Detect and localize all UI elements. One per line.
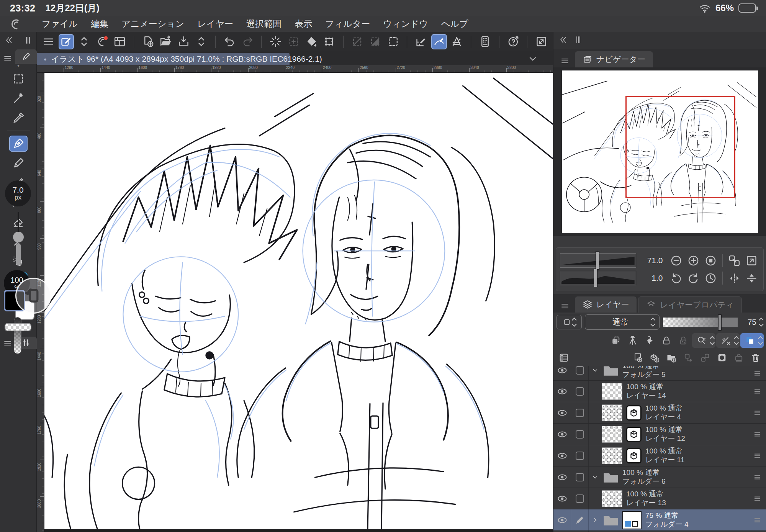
drag-handle-icon[interactable] bbox=[23, 36, 32, 46]
deselect-icon[interactable] bbox=[350, 34, 365, 49]
merge-down-icon[interactable] bbox=[697, 350, 713, 365]
layer-checkbox[interactable] bbox=[571, 424, 589, 445]
lock-transparent-icon[interactable] bbox=[675, 333, 691, 348]
tab-list-chevron-icon[interactable] bbox=[528, 54, 538, 64]
tool-pen[interactable] bbox=[9, 136, 28, 152]
tool-pencil[interactable] bbox=[9, 155, 28, 171]
draft-pin-icon[interactable] bbox=[642, 333, 658, 348]
transparent-color-swatch[interactable] bbox=[5, 323, 31, 331]
layer-thumbnail[interactable] bbox=[602, 447, 622, 464]
new-folder-icon[interactable] bbox=[663, 350, 679, 365]
lock-icon[interactable] bbox=[658, 333, 674, 348]
keypad-icon[interactable] bbox=[477, 34, 493, 49]
layer-row-レイヤー 13[interactable]: 100 % 通常レイヤー 13 bbox=[553, 488, 766, 509]
navigator-preview[interactable] bbox=[553, 67, 766, 236]
menu-0[interactable]: ファイル bbox=[35, 18, 84, 30]
menu-2[interactable]: アニメーション bbox=[115, 18, 191, 30]
drawing-canvas[interactable] bbox=[44, 73, 553, 532]
new-layer-icon[interactable] bbox=[630, 350, 646, 365]
row-drag-handle[interactable] bbox=[748, 424, 766, 445]
menu-6[interactable]: フィルター bbox=[319, 18, 376, 30]
expand-chevron-icon[interactable] bbox=[591, 473, 599, 481]
fit-to-screen-icon[interactable] bbox=[727, 253, 742, 268]
transfer-down-icon[interactable] bbox=[680, 350, 696, 365]
layer-checkbox[interactable] bbox=[571, 488, 589, 509]
visibility-toggle[interactable] bbox=[553, 402, 571, 423]
tool-auto-select-wand[interactable] bbox=[9, 90, 28, 106]
visibility-toggle[interactable] bbox=[553, 509, 571, 530]
layer-thumbnail[interactable] bbox=[602, 426, 622, 443]
ruler-toggle-group[interactable] bbox=[716, 333, 740, 348]
tab-layers[interactable]: レイヤー bbox=[575, 296, 637, 313]
flip-horizontal-icon[interactable] bbox=[727, 270, 742, 286]
layer-checkbox[interactable] bbox=[571, 467, 589, 488]
tool-property-menu-icon[interactable] bbox=[0, 337, 15, 349]
updown-chevron-icon[interactable] bbox=[194, 34, 210, 49]
layer-checkbox[interactable] bbox=[571, 402, 589, 423]
layer-color-icon[interactable] bbox=[742, 333, 758, 348]
clip-studio-logo[interactable] bbox=[9, 18, 22, 30]
transform-icon[interactable] bbox=[321, 34, 337, 49]
menu-7[interactable]: ウィンドウ bbox=[376, 18, 435, 30]
visibility-toggle[interactable] bbox=[553, 424, 571, 445]
layer-row-フォルダー 5[interactable]: 100 % 通常フォルダー 5 bbox=[553, 366, 766, 381]
menu-8[interactable]: ヘルプ bbox=[435, 18, 475, 30]
layer-thumbnail[interactable] bbox=[602, 490, 622, 507]
fullscreen-icon[interactable] bbox=[534, 34, 549, 49]
layers-menu-icon[interactable] bbox=[556, 300, 573, 313]
row-drag-handle[interactable] bbox=[748, 509, 766, 530]
open-file-icon[interactable] bbox=[158, 34, 173, 49]
help-icon[interactable] bbox=[506, 34, 521, 49]
layer-checkbox[interactable] bbox=[571, 445, 589, 466]
row-drag-handle[interactable] bbox=[748, 445, 766, 466]
clip-dashed-icon[interactable] bbox=[608, 333, 624, 348]
undo-icon[interactable] bbox=[222, 34, 237, 49]
window-layout-icon[interactable] bbox=[112, 34, 128, 49]
tab-tools[interactable] bbox=[15, 49, 37, 64]
zoom-slider[interactable] bbox=[560, 253, 636, 268]
fit-width-icon[interactable] bbox=[744, 253, 759, 268]
select-source-icon[interactable] bbox=[694, 333, 710, 348]
layer-row-レイヤー 11[interactable]: 100 % 通常レイヤー 11 bbox=[553, 445, 766, 467]
row-drag-handle[interactable] bbox=[748, 402, 766, 423]
zoom-in-icon[interactable] bbox=[686, 253, 701, 268]
tab-navigator[interactable]: ナビゲーター bbox=[575, 51, 653, 67]
stamp-icon[interactable] bbox=[731, 350, 747, 365]
collapse-right-icon[interactable] bbox=[559, 35, 568, 46]
clipstudio-news-icon[interactable] bbox=[94, 34, 110, 49]
visibility-toggle[interactable] bbox=[553, 366, 571, 380]
blend-mode-select[interactable]: 通常 bbox=[585, 314, 660, 330]
layer-checkbox[interactable] bbox=[571, 381, 589, 402]
processing-icon[interactable] bbox=[268, 34, 283, 49]
updown-chevron-icon[interactable] bbox=[76, 34, 92, 49]
row-drag-handle[interactable] bbox=[748, 467, 766, 488]
save-file-icon[interactable] bbox=[176, 34, 192, 49]
menu-5[interactable]: 表示 bbox=[288, 18, 319, 30]
ruler-pen-icon[interactable] bbox=[413, 34, 429, 49]
reselect-icon[interactable] bbox=[286, 34, 301, 49]
zoom-out-icon[interactable] bbox=[668, 253, 684, 268]
visibility-toggle[interactable] bbox=[553, 445, 571, 466]
layer-row-レイヤー 4[interactable]: 100 % 通常レイヤー 4 bbox=[553, 402, 766, 424]
rotate-cw-icon[interactable] bbox=[686, 270, 701, 286]
palette-color-button[interactable] bbox=[556, 315, 582, 329]
row-drag-handle[interactable] bbox=[748, 488, 766, 509]
layer-row-フォルダー 4[interactable]: 75 % 通常フォルダー 4 bbox=[553, 509, 766, 531]
collapse-left-icon[interactable] bbox=[5, 36, 14, 46]
light-table-icon[interactable] bbox=[625, 333, 641, 348]
tab-layer-properties[interactable]: レイヤープロパティ bbox=[638, 296, 742, 313]
curve-ruler-icon[interactable] bbox=[431, 34, 447, 49]
select-source-group[interactable] bbox=[692, 333, 715, 348]
zoom-reset-icon[interactable] bbox=[703, 253, 719, 268]
expand-chevron-icon[interactable] bbox=[591, 366, 599, 375]
rotate-ccw-icon[interactable] bbox=[668, 270, 684, 286]
folder-mask-thumbnail[interactable] bbox=[622, 511, 642, 529]
brush-size-indicator[interactable]: 7.0 px bbox=[5, 180, 31, 206]
layer-row-レイヤー 12[interactable]: 100 % 通常レイヤー 12 bbox=[553, 424, 766, 445]
layer-row-フォルダー 6[interactable]: 100 % 通常フォルダー 6 bbox=[553, 467, 766, 488]
collapse-chevron-icon[interactable] bbox=[591, 516, 599, 524]
delete-layer-icon[interactable] bbox=[748, 350, 764, 365]
tool-panel-menu-icon[interactable] bbox=[0, 52, 15, 64]
right-drag-handle-icon[interactable] bbox=[573, 35, 583, 46]
opacity-chevrons-icon[interactable] bbox=[759, 318, 763, 326]
